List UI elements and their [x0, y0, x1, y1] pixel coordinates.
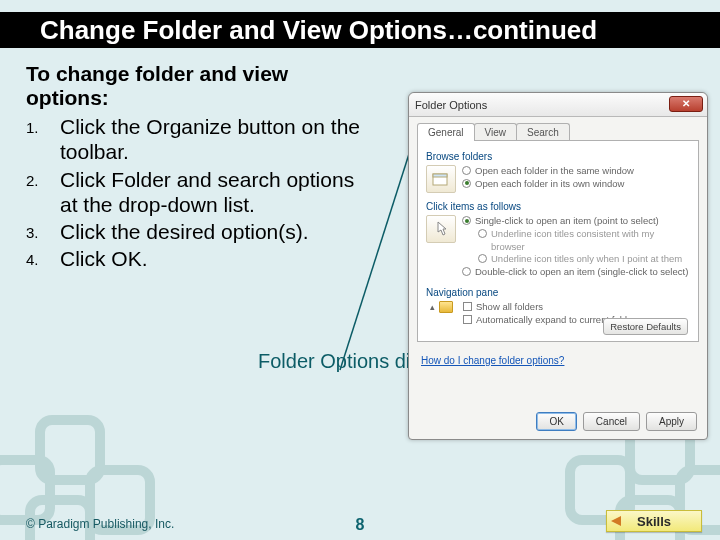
step-item: 4.Click OK. [26, 246, 376, 271]
step-item: 3.Click the desired option(s). [26, 219, 376, 244]
browse-group-label: Browse folders [426, 151, 690, 162]
radio-double-click[interactable]: Double-click to open an item (single-cli… [462, 266, 690, 279]
close-button[interactable]: ✕ [669, 96, 703, 112]
click-items-icon [426, 215, 456, 243]
skills-button[interactable]: Skills [606, 510, 702, 532]
tree-toggle-icon[interactable]: ▴ [430, 302, 435, 312]
click-group-label: Click items as follows [426, 201, 690, 212]
browse-folders-icon [426, 165, 456, 193]
radio-single-click[interactable]: Single-click to open an item (point to s… [462, 215, 690, 228]
svg-rect-10 [433, 174, 447, 177]
radio-underline-browser[interactable]: Underline icon titles consistent with my… [478, 228, 690, 254]
help-link[interactable]: How do I change folder options? [421, 355, 564, 366]
skills-label: Skills [637, 514, 671, 529]
ok-button[interactable]: OK [536, 412, 576, 431]
intro-text: To change folder and view options: [26, 62, 376, 110]
restore-defaults-button[interactable]: Restore Defaults [603, 318, 688, 335]
tab-general[interactable]: General [417, 123, 475, 141]
dialog-button-row: OK Cancel Apply [536, 412, 697, 431]
dialog-body: Browse folders Open each folder in the s… [417, 140, 699, 342]
page-number: 8 [356, 516, 365, 534]
apply-button[interactable]: Apply [646, 412, 697, 431]
copyright-text: © Paradigm Publishing, Inc. [26, 517, 174, 531]
radio-underline-point[interactable]: Underline icon titles only when I point … [478, 253, 690, 266]
check-show-all-folders[interactable]: Show all folders [463, 301, 690, 314]
nav-group-label: Navigation pane [426, 287, 690, 298]
radio-own-window[interactable]: Open each folder in its own window [462, 178, 690, 191]
slide-title-bar: Change Folder and View Options…continued [0, 12, 720, 48]
step-item: 1.Click the Organize button on the toolb… [26, 114, 376, 164]
instruction-block: To change folder and view options: 1.Cli… [26, 62, 376, 271]
tab-view[interactable]: View [474, 123, 518, 141]
svg-rect-1 [40, 420, 100, 480]
tab-search[interactable]: Search [516, 123, 570, 141]
slide-title: Change Folder and View Options…continued [40, 15, 597, 46]
radio-same-window[interactable]: Open each folder in the same window [462, 165, 690, 178]
steps-list: 1.Click the Organize button on the toolb… [26, 114, 376, 271]
dialog-title: Folder Options [415, 99, 487, 111]
arrow-left-icon [611, 516, 621, 526]
dialog-tabs: General View Search [409, 117, 707, 141]
dialog-title-bar: Folder Options ✕ [409, 93, 707, 117]
folder-icon [439, 301, 453, 313]
cancel-button[interactable]: Cancel [583, 412, 640, 431]
step-item: 2.Click Folder and search options at the… [26, 167, 376, 217]
folder-options-dialog: Folder Options ✕ General View Search Bro… [408, 92, 708, 440]
